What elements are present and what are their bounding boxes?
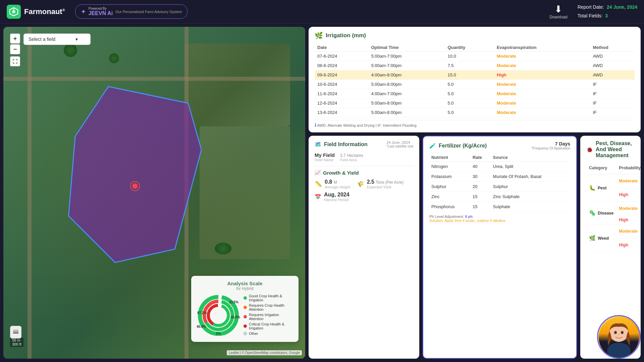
avg-height-metric: 📏 0.8 M Average Height bbox=[315, 179, 350, 189]
pest-prob: High bbox=[616, 188, 641, 202]
fert-col-nutrient: Nutrient bbox=[429, 154, 471, 162]
growth-yield-section: 📈 Growth & Yield 📏 0.8 M Average Hei bbox=[315, 166, 413, 202]
irr-time: 5:00am-8:00pm bbox=[368, 108, 445, 117]
irr-qty: 5.0 bbox=[445, 89, 494, 99]
field-date-value: 24 June, 2024 bbox=[387, 140, 413, 144]
field-select-label: Select a field bbox=[29, 37, 55, 42]
category-icon-pest: 🐛 bbox=[589, 185, 596, 191]
avatar-overlay bbox=[597, 315, 641, 359]
irr-col-qty: Quantity bbox=[445, 44, 494, 52]
zoom-out-button[interactable]: − bbox=[10, 44, 20, 54]
pest-row: 🌿 Weed Moderate Barnyard Grass Manual We… bbox=[586, 225, 641, 238]
irr-col-time: Optimal Time bbox=[368, 44, 445, 52]
growth-yield-title: 📈 Growth & Yield bbox=[315, 170, 413, 176]
irr-evapo: Moderate bbox=[494, 61, 590, 70]
irrigation-panel: 🌿 Irrigation (mm) Date Optimal Time Quan… bbox=[309, 27, 641, 132]
pest-row: 🦠 Disease Moderate Sheath Blight Trichod… bbox=[586, 202, 641, 216]
svg-point-4 bbox=[132, 183, 138, 189]
zoom-in-button[interactable]: + bbox=[10, 34, 20, 44]
legend-label-requires-irr: Requires Irrigation Attention bbox=[249, 313, 293, 321]
fert-rate: 30 bbox=[471, 172, 491, 182]
irrigation-row: 10-6-2024 5:00am-8:00pm 5.0 Moderate IF bbox=[315, 80, 635, 89]
fert-rate: 20 bbox=[471, 182, 491, 192]
donut-label-45: 45.8% bbox=[231, 315, 240, 319]
fertilizer-row: Sulphur 20 Sulphur bbox=[429, 182, 570, 192]
map-container[interactable]: + − Select a field ▾ 50 m 300 ft Leaflet… bbox=[3, 27, 305, 359]
irr-method: AWD bbox=[590, 70, 635, 80]
fert-col-rate: Rate bbox=[471, 154, 491, 162]
field-info-title-text: Field Information bbox=[324, 141, 368, 147]
fertilizer-row: Zinc 15 Zinc Sulphate bbox=[429, 192, 570, 202]
logo-text: Farmonaut® bbox=[24, 7, 65, 16]
avg-height-label: Average Height bbox=[325, 185, 350, 189]
fertilizer-header: 🧪 Fertilizer (Kg/Acre) 7 Days *Frequency… bbox=[429, 141, 570, 150]
main-content: + − Select a field ▾ 50 m 300 ft Leaflet… bbox=[0, 23, 644, 362]
calendar-icon: 📅 bbox=[315, 194, 321, 200]
irr-col-evapo: Evapotranspiration bbox=[494, 44, 590, 52]
analysis-scale-panel: Analysis Scale for Hybrid bbox=[191, 276, 299, 342]
report-date: 24 June, 2024 bbox=[607, 4, 637, 10]
fertilizer-row: Nitrogen 40 Urea, Split bbox=[429, 162, 570, 172]
fertilizer-frequency: *Frequency Of Application bbox=[531, 146, 570, 150]
pest-icon: 🐞 bbox=[586, 146, 593, 153]
fert-nutrient: Sulphur bbox=[429, 182, 471, 192]
growth-yield-title-text: Growth & Yield bbox=[323, 170, 359, 176]
svg-rect-7 bbox=[13, 331, 18, 332]
irr-date: 08-6-2024 bbox=[315, 61, 368, 70]
donut-label-97: 97.2% bbox=[197, 311, 207, 315]
legend-label-requires-crop: Requires Crop Health Attention bbox=[249, 303, 293, 311]
irrigation-icon: 🌿 bbox=[315, 32, 323, 40]
irrigation-header-row: Date Optimal Time Quantity Evapotranspir… bbox=[315, 44, 635, 52]
total-fields: 3 bbox=[605, 13, 608, 18]
svg-marker-3 bbox=[68, 86, 201, 262]
legend-label-good: Good Crop Health & Irrigation bbox=[249, 294, 293, 302]
irr-time: 5:00am-7:00pm bbox=[368, 61, 445, 70]
irrigation-row: 07-6-2024 5:00am-7:00pm 10.0 Moderate AW… bbox=[315, 52, 635, 61]
svg-point-19 bbox=[621, 331, 624, 334]
irr-date: 11-6-2024 bbox=[315, 89, 368, 99]
pest-prob: Moderate bbox=[616, 225, 641, 238]
fertilizer-table: Nutrient Rate Source Nitrogen 40 Urea, S… bbox=[429, 154, 570, 212]
jeevn-text: JEEVN Ai bbox=[89, 10, 113, 16]
fertilizer-row: Phosphorus 15 Sulphate bbox=[429, 202, 570, 212]
analysis-scale-title: Analysis Scale bbox=[197, 281, 293, 286]
irr-time: 4:00am-7:00pm bbox=[368, 89, 445, 99]
fert-rate: 40 bbox=[471, 162, 491, 172]
fertilizer-panel: 🧪 Fertilizer (Kg/Acre) 7 Days *Frequency… bbox=[423, 136, 577, 359]
pest-prob: Moderate bbox=[616, 174, 641, 188]
irr-qty: 15.0 bbox=[445, 70, 494, 80]
download-button[interactable]: ⬇ Download bbox=[549, 4, 567, 19]
bottom-row: 🗺️ Field Information 24 June, 2024 *Last… bbox=[309, 136, 641, 359]
irr-evapo: Moderate bbox=[494, 80, 590, 89]
expected-yield-label: Expected Yield bbox=[367, 185, 404, 189]
ph-value: 6 ph bbox=[465, 215, 473, 219]
expected-yield-unit: Tons (Per Acre) bbox=[376, 180, 404, 185]
pest-table: Category Probability Type Organic Sol. C… bbox=[586, 162, 641, 252]
map-layer-button[interactable] bbox=[10, 326, 21, 339]
ph-label: Ph Level Adjustment: bbox=[429, 215, 464, 219]
pest-prob: High bbox=[616, 238, 641, 252]
field-select-dropdown[interactable]: Select a field ▾ bbox=[23, 34, 91, 45]
irr-method: IF bbox=[590, 89, 635, 99]
irrigation-row: 08-6-2024 5:00am-7:00pm 7.5 Moderate AWD bbox=[315, 61, 635, 70]
irr-qty: 10.0 bbox=[445, 52, 494, 61]
fertilizer-icon: 🧪 bbox=[429, 142, 436, 149]
legend-label-other: Other bbox=[249, 331, 258, 336]
expand-button[interactable] bbox=[10, 56, 20, 66]
irrigation-title: 🌿 Irrigation (mm) bbox=[315, 32, 635, 40]
header-right: ⬇ Download Report Date: 24 June, 2024 To… bbox=[549, 3, 637, 20]
irrigation-title-text: Irrigation (mm) bbox=[326, 32, 366, 39]
header: Farmonaut® ✦ Powered By JEEVN Ai Our Per… bbox=[0, 0, 644, 23]
legend-item-requires-irr: Requires Irrigation Attention bbox=[244, 313, 293, 321]
pest-title-text: Pest, Disease, And Weed Management bbox=[596, 140, 635, 159]
fertilizer-note: Ph Level Adjustment: 6 ph bbox=[429, 215, 570, 219]
fertilizer-solution: Solution: Apply lime if acidic, sulphur … bbox=[429, 219, 570, 223]
category-icon-weed: 🌿 bbox=[589, 235, 596, 241]
irr-qty: 5.0 bbox=[445, 80, 494, 89]
irr-qty: 7.5 bbox=[445, 61, 494, 70]
analysis-legend: Good Crop Health & Irrigation Requires C… bbox=[244, 294, 293, 337]
fert-nutrient: Potassium bbox=[429, 172, 471, 182]
legend-item-good: Good Crop Health & Irrigation bbox=[244, 294, 293, 302]
fertilizer-days: 7 Days bbox=[531, 141, 570, 146]
category-name-disease: Disease bbox=[598, 211, 613, 216]
